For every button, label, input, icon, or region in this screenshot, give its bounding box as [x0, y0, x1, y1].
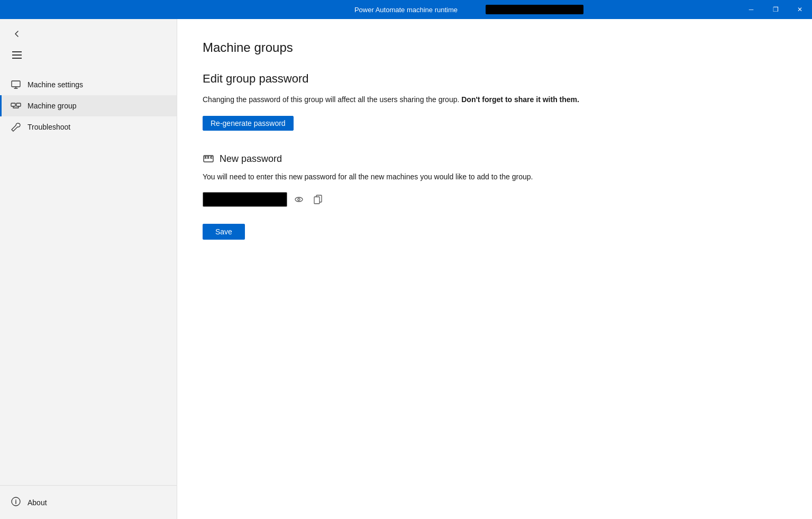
regenerate-password-button[interactable]: Re-generate password — [203, 116, 294, 131]
machine-group-icon — [11, 101, 21, 111]
page-title: Machine groups — [203, 40, 787, 55]
back-icon — [13, 30, 21, 38]
hamburger-line-3 — [12, 58, 22, 59]
svg-rect-0 — [12, 81, 20, 87]
titlebar-controls: ─ ❐ ✕ — [739, 0, 812, 19]
titlebar-title: Power Automate machine runtime — [354, 6, 458, 14]
svg-rect-11 — [314, 197, 320, 204]
password-section: New password You will need to enter this… — [203, 152, 787, 240]
svg-rect-2 — [16, 103, 21, 106]
section-description: Changing the password of this group will… — [203, 94, 787, 105]
password-section-icon — [203, 152, 214, 166]
sidebar-item-machine-settings-label: Machine settings — [28, 80, 83, 89]
sidebar-item-troubleshoot-label: Troubleshoot — [28, 123, 70, 131]
sidebar-top — [0, 19, 177, 70]
password-field-row — [203, 192, 787, 207]
sidebar-item-troubleshoot[interactable]: Troubleshoot — [0, 116, 177, 138]
show-password-button[interactable] — [291, 192, 306, 207]
svg-point-5 — [205, 157, 206, 158]
about-label: About — [28, 498, 47, 507]
new-password-description: You will need to enter this new password… — [203, 171, 787, 183]
info-icon — [11, 496, 21, 508]
sidebar-item-machine-group[interactable]: Machine group — [0, 95, 177, 116]
sidebar: Machine settings Machine group — [0, 19, 177, 519]
section-desc-bold: Don't forget to share it with them. — [461, 95, 579, 104]
save-button[interactable]: Save — [203, 224, 245, 240]
app-layout: Machine settings Machine group — [0, 19, 812, 519]
section-desc-plain: Changing the password of this group will… — [203, 95, 459, 104]
titlebar-redacted — [486, 5, 583, 14]
new-password-title: New password — [203, 152, 787, 166]
svg-point-8 — [295, 197, 303, 202]
nav-items: Machine settings Machine group — [0, 70, 177, 485]
section-title: Edit group password — [203, 72, 787, 86]
back-button[interactable] — [8, 25, 25, 42]
restore-button[interactable]: ❐ — [763, 0, 788, 19]
hamburger-line-2 — [12, 54, 22, 56]
svg-rect-1 — [11, 103, 15, 106]
svg-point-7 — [211, 157, 212, 158]
titlebar: Power Automate machine runtime ─ ❐ ✕ — [0, 0, 812, 19]
main-content: Machine groups Edit group password Chang… — [177, 19, 812, 519]
about-item[interactable]: About — [11, 492, 166, 513]
hamburger-line-1 — [12, 51, 22, 52]
new-password-heading: New password — [220, 153, 282, 165]
wrench-icon — [11, 122, 21, 132]
close-button[interactable]: ✕ — [788, 0, 812, 19]
eye-icon — [294, 195, 304, 204]
copy-icon — [313, 195, 323, 204]
sidebar-item-machine-group-label: Machine group — [28, 102, 77, 110]
svg-point-6 — [208, 157, 209, 158]
sidebar-item-machine-settings[interactable]: Machine settings — [0, 74, 177, 95]
svg-point-9 — [298, 198, 300, 201]
monitor-icon — [11, 79, 21, 90]
hamburger-button[interactable] — [8, 47, 25, 63]
copy-password-button[interactable] — [311, 192, 325, 207]
minimize-button[interactable]: ─ — [739, 0, 763, 19]
password-field — [203, 192, 287, 207]
sidebar-bottom: About — [0, 485, 177, 519]
